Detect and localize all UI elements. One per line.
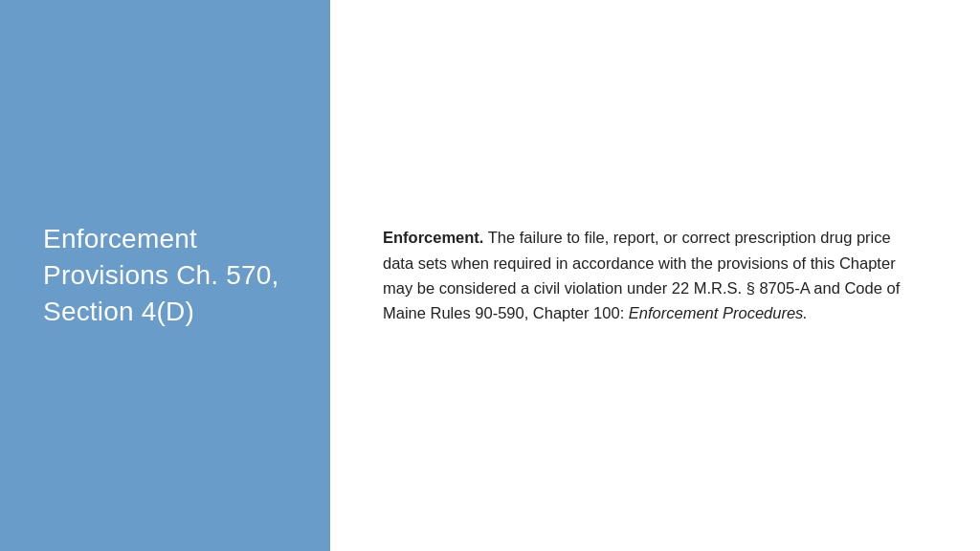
slide-title: Enforcement Provisions Ch. 570, Section … — [43, 221, 292, 329]
right-panel: Enforcement. The failure to file, report… — [330, 0, 980, 551]
left-panel: Enforcement Provisions Ch. 570, Section … — [0, 0, 330, 551]
slide-container: Enforcement Provisions Ch. 570, Section … — [0, 0, 980, 551]
italic-text: Enforcement Procedures. — [629, 304, 808, 321]
bold-enforcement: Enforcement. — [383, 229, 483, 246]
content-paragraph: Enforcement. The failure to file, report… — [383, 225, 923, 326]
